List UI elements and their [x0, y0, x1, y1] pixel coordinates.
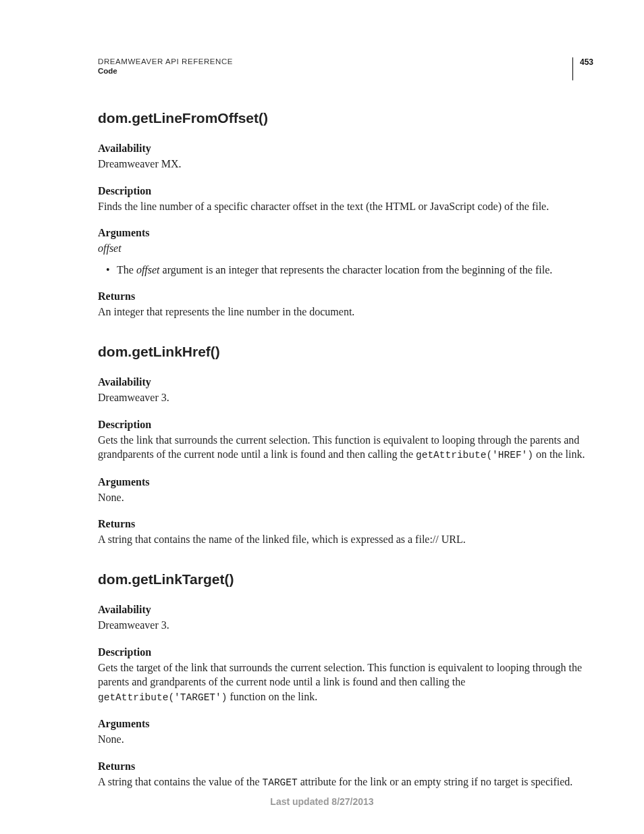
arguments-label: Arguments [98, 718, 593, 730]
desc-code: getAttribute('HREF') [416, 450, 533, 461]
returns-text: An integer that represents the line numb… [98, 305, 593, 319]
arguments-text: None. [98, 490, 593, 505]
availability-label: Availability [98, 142, 593, 155]
footer-updated: Last updated 8/27/2013 [0, 796, 644, 807]
availability-label: Availability [98, 376, 593, 388]
page-number: 453 [580, 57, 593, 67]
arg-em: offset [136, 264, 160, 276]
arguments-label: Arguments [98, 476, 593, 488]
function-heading: dom.getLineFromOffset() [98, 110, 593, 126]
returns-text: A string that contains the value of the … [98, 775, 593, 790]
doc-section: Code [98, 67, 593, 75]
description-label: Description [98, 185, 593, 197]
arguments-list: The offset argument is an integer that r… [98, 263, 593, 278]
description-text: Finds the line number of a specific char… [98, 199, 593, 214]
desc-post: function on the link. [227, 691, 317, 702]
description-label: Description [98, 646, 593, 658]
desc-pre: Gets the target of the link that surroun… [98, 662, 582, 688]
availability-text: Dreamweaver 3. [98, 390, 593, 405]
arguments-text: None. [98, 732, 593, 747]
returns-label: Returns [98, 518, 593, 530]
desc-post: on the link. [533, 448, 585, 460]
ret-pre: A string that contains the value of the [98, 776, 263, 787]
function-heading: dom.getLinkHref() [98, 344, 593, 360]
description-text: Gets the link that surrounds the current… [98, 433, 593, 463]
argument-item: The offset argument is an integer that r… [109, 263, 593, 278]
description-label: Description [98, 419, 593, 431]
desc-code: getAttribute('TARGET') [98, 692, 227, 703]
api-entry: dom.getLinkHref() Availability Dreamweav… [98, 344, 593, 547]
description-text: Gets the target of the link that surroun… [98, 660, 593, 705]
availability-text: Dreamweaver MX. [98, 157, 593, 172]
returns-label: Returns [98, 760, 593, 773]
returns-text: A string that contains the name of the l… [98, 532, 593, 547]
page: DREAMWEAVER API REFERENCE Code 453 dom.g… [0, 0, 644, 834]
arguments-signature: offset [98, 241, 593, 256]
page-number-box: 453 [572, 57, 593, 80]
api-entry: dom.getLinkTarget() Availability Dreamwe… [98, 571, 593, 790]
arg-pre: The [117, 264, 136, 276]
api-entry: dom.getLineFromOffset() Availability Dre… [98, 110, 593, 319]
function-heading: dom.getLinkTarget() [98, 571, 593, 588]
ret-post: attribute for the link or an empty strin… [298, 776, 573, 787]
availability-text: Dreamweaver 3. [98, 618, 593, 633]
arg-post: argument is an integer that represents t… [160, 264, 553, 276]
returns-label: Returns [98, 290, 593, 303]
arguments-label: Arguments [98, 227, 593, 239]
running-header: DREAMWEAVER API REFERENCE Code 453 [98, 57, 593, 84]
doc-title: DREAMWEAVER API REFERENCE [98, 57, 593, 66]
ret-code: TARGET [263, 777, 298, 788]
availability-label: Availability [98, 604, 593, 616]
